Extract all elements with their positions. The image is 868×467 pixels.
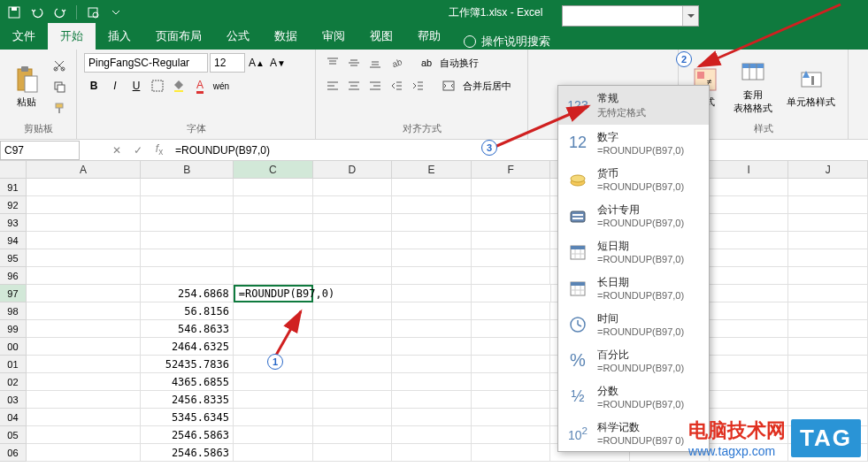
cell[interactable] [27, 409, 141, 426]
cell[interactable] [313, 426, 393, 444]
qat-dropdown[interactable] [105, 2, 127, 23]
cell[interactable] [234, 391, 313, 409]
format-painter-button[interactable] [50, 98, 69, 118]
align-bottom-button[interactable] [365, 53, 385, 73]
cell[interactable] [472, 426, 551, 444]
cell[interactable] [392, 196, 472, 214]
save-button[interactable] [4, 2, 25, 23]
cell[interactable] [313, 444, 393, 462]
cell[interactable] [392, 179, 472, 196]
col-header-E[interactable]: E [392, 161, 472, 178]
cell[interactable] [710, 373, 789, 391]
chevron-down-icon[interactable] [682, 6, 698, 26]
table-row[interactable]: 91 [0, 179, 868, 196]
cell[interactable] [392, 409, 472, 426]
table-row[interactable]: 00 2464.6325 [0, 338, 868, 356]
cell[interactable] [234, 373, 313, 391]
col-header-B[interactable]: B [141, 161, 234, 178]
cell[interactable] [710, 249, 789, 267]
cell[interactable] [788, 285, 868, 302]
copy-button[interactable] [50, 77, 69, 96]
cell[interactable] [313, 391, 393, 409]
number-format-item[interactable]: 会计专用=ROUNDUP(B97,0) [558, 197, 709, 234]
cell[interactable] [710, 285, 789, 302]
number-format-item[interactable]: 12 数字=ROUNDUP(B97,0) [558, 125, 709, 161]
cell[interactable] [141, 267, 234, 285]
paste-button[interactable]: 粘贴 [7, 62, 46, 112]
table-row[interactable]: 99 546.8633 [0, 320, 868, 338]
tab-data[interactable]: 数据 [262, 23, 310, 50]
cell[interactable] [472, 373, 551, 391]
cell[interactable] [710, 338, 789, 356]
cell[interactable] [313, 320, 393, 338]
fx-button[interactable]: fx [149, 142, 170, 157]
cell[interactable] [788, 409, 868, 426]
cell[interactable] [27, 267, 141, 285]
grid[interactable]: A B C D E F G H I J 91 92 93 94 95 [0, 161, 868, 462]
cell[interactable] [788, 179, 868, 196]
cell[interactable] [141, 249, 234, 267]
cell[interactable] [788, 373, 868, 391]
cell[interactable]: =ROUNDUP(B97,0) [234, 285, 313, 302]
phonetic-button[interactable]: wén [211, 76, 231, 96]
font-name-select[interactable] [84, 53, 208, 73]
cell[interactable] [710, 426, 789, 444]
cell[interactable] [234, 444, 313, 462]
col-header-A[interactable]: A [27, 161, 141, 178]
cell[interactable] [710, 214, 789, 232]
cell[interactable] [710, 196, 789, 214]
merge-center-button[interactable] [438, 76, 459, 96]
row-header[interactable]: 97 [0, 285, 27, 302]
col-header-J[interactable]: J [788, 161, 868, 178]
cell[interactable] [788, 196, 868, 214]
tab-file[interactable]: 文件 [0, 23, 48, 50]
enter-formula-button[interactable]: ✓ [127, 144, 149, 157]
number-format-item[interactable]: ½ 分数=ROUNDUP(B97,0) [558, 379, 709, 415]
cell[interactable] [313, 338, 393, 356]
cell[interactable] [27, 338, 141, 356]
align-center-button[interactable] [344, 76, 364, 96]
cell[interactable] [313, 302, 393, 320]
col-header-I[interactable]: I [710, 161, 789, 178]
tab-layout[interactable]: 页面布局 [143, 23, 214, 50]
font-color-button[interactable]: A [190, 76, 210, 96]
cell[interactable]: 2456.8335 [141, 391, 234, 409]
row-header[interactable]: 02 [0, 373, 27, 391]
number-format-combo[interactable] [562, 5, 699, 27]
cell[interactable] [788, 338, 868, 356]
cell[interactable] [710, 409, 789, 426]
cell[interactable] [472, 356, 551, 373]
cell[interactable] [710, 356, 789, 373]
table-row[interactable]: 94 [0, 232, 868, 249]
row-header[interactable]: 03 [0, 391, 27, 409]
cell[interactable] [710, 444, 789, 462]
cell[interactable] [313, 214, 393, 232]
cell[interactable] [392, 232, 472, 249]
cell[interactable] [313, 196, 393, 214]
cell[interactable] [788, 391, 868, 409]
cell[interactable] [788, 214, 868, 232]
row-header[interactable]: 91 [0, 179, 27, 196]
cell[interactable]: 2464.6325 [141, 338, 234, 356]
cell[interactable] [234, 179, 313, 196]
cell[interactable] [234, 426, 313, 444]
tab-view[interactable]: 视图 [357, 23, 405, 50]
row-header[interactable]: 92 [0, 196, 27, 214]
cell[interactable] [27, 391, 141, 409]
cell[interactable] [27, 356, 141, 373]
cell[interactable]: 2546.5863 [141, 444, 234, 462]
cell[interactable] [313, 249, 393, 267]
cell[interactable] [141, 179, 234, 196]
tab-home[interactable]: 开始 [48, 23, 96, 50]
align-left-button[interactable] [323, 76, 342, 96]
decrease-font-button[interactable]: A▼ [268, 53, 288, 73]
cell[interactable] [392, 426, 472, 444]
cell[interactable] [313, 356, 393, 373]
cell[interactable] [392, 285, 472, 302]
cell[interactable]: 56.8156 [141, 302, 234, 320]
cell[interactable] [392, 373, 472, 391]
table-format-button[interactable]: 套用 表格格式 [728, 55, 778, 119]
align-top-button[interactable] [323, 53, 342, 73]
cell[interactable]: 546.8633 [141, 320, 234, 338]
print-preview-button[interactable] [82, 2, 104, 23]
